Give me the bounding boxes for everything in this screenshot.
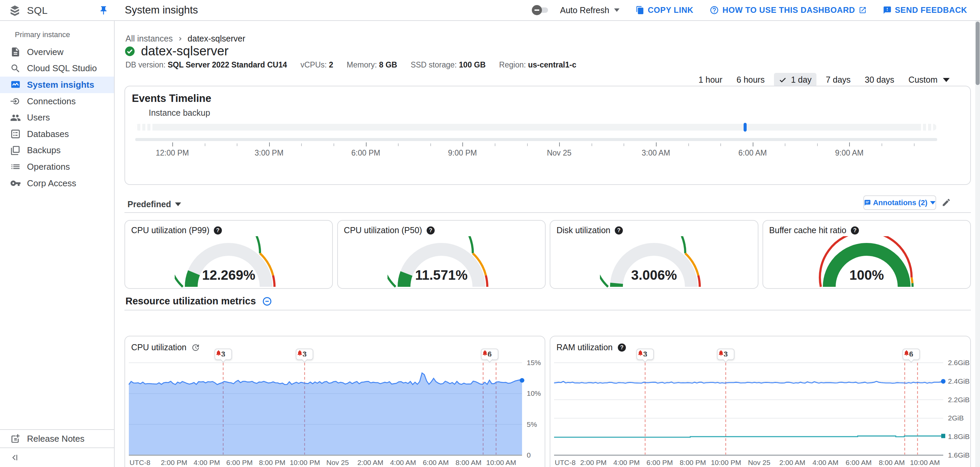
timeline-axis-label: 3:00 PM	[255, 148, 283, 158]
timeline-axis-label: 9:00 AM	[835, 148, 863, 158]
sidebar-section-label: Primary instance	[0, 21, 114, 44]
help-icon[interactable]: ?	[617, 343, 626, 352]
chart-title: CPU utilization	[131, 343, 186, 352]
alert-annotation-badge[interactable]: 3	[215, 349, 232, 360]
sidebar-item-databases[interactable]: Databases	[0, 126, 114, 142]
predefined-dropdown[interactable]: Predefined	[127, 199, 181, 209]
chart-plot-area[interactable]: 336	[554, 363, 943, 455]
how-to-use-link[interactable]: HOW TO USE THIS DASHBOARD	[710, 5, 866, 15]
time-range-30-days[interactable]: 30 days	[860, 73, 899, 87]
chevron-down-icon	[930, 201, 935, 204]
gauge-card-3: Disk utilization?3.006%	[550, 220, 758, 289]
chart-card-cpu-utilization: CPU utilization33615%10%5%0UTC-82:00 PM4…	[124, 336, 545, 467]
status-ok-icon	[124, 46, 135, 57]
gauge-value: 3.006%	[550, 268, 757, 283]
pin-icon[interactable]	[99, 5, 108, 16]
svg-text:?: ?	[216, 227, 220, 233]
time-range-custom[interactable]: Custom	[904, 73, 955, 87]
x-axis-label: 10:00 PM	[290, 459, 320, 467]
x-axis-label: 6:00 PM	[646, 459, 673, 467]
sidebar-item-backups[interactable]: Backups	[0, 142, 114, 159]
auto-refresh[interactable]: Auto Refresh	[555, 5, 619, 15]
alert-annotation-badge[interactable]: 3	[296, 349, 313, 360]
backup-event-marker[interactable]	[744, 123, 747, 132]
x-axis-label: 10:00 PM	[711, 459, 741, 467]
instance-meta-item: Memory: 8 GB	[347, 61, 397, 70]
x-axis-label: UTC-8	[129, 459, 150, 467]
sidebar-item-system-insights[interactable]: System insights	[0, 77, 114, 93]
y-axis-label: 15%	[527, 359, 541, 367]
send-feedback-label: SEND FEEDBACK	[895, 5, 967, 15]
divider	[124, 212, 971, 213]
alert-annotation-badge[interactable]: 3	[636, 349, 654, 360]
instance-name: datex-sqlserver	[141, 44, 229, 58]
how-to-use-label: HOW TO USE THIS DASHBOARD	[722, 5, 855, 15]
x-axis-label: 10:00 AM	[910, 459, 940, 467]
help-icon[interactable]: ?	[851, 226, 859, 235]
x-axis-labels: UTC-82:00 PM4:00 PM6:00 PM8:00 PM10:00 P…	[129, 459, 522, 467]
alert-annotation-badge[interactable]: 3	[717, 349, 735, 360]
history-clock-icon[interactable]	[191, 343, 200, 352]
x-axis-labels: UTC-82:00 PM4:00 PM6:00 PM8:00 PM10:00 P…	[554, 459, 943, 467]
breadcrumb: All instances datex-sqlserver	[126, 34, 245, 43]
x-axis-label: 4:00 AM	[390, 459, 416, 467]
x-axis-label: 4:00 PM	[194, 459, 220, 467]
timeline-axis-label: 12:00 PM	[156, 148, 189, 158]
sidebar-item-label: Corp Access	[27, 178, 76, 189]
x-axis-label: 4:00 AM	[812, 459, 838, 467]
alert-annotation-badge[interactable]: 6	[481, 349, 498, 360]
topbar-actions: Auto Refresh COPY LINK HOW TO USE THIS D…	[532, 0, 967, 20]
x-axis-label: Nov 25	[748, 459, 771, 467]
gauge-value: 11.571%	[338, 268, 545, 283]
sidebar-item-overview[interactable]: Overview	[0, 44, 114, 61]
breadcrumb-current: datex-sqlserver	[188, 34, 245, 43]
annotations-button[interactable]: Annotations (2)	[863, 195, 936, 210]
breadcrumb-all-instances[interactable]: All instances	[126, 34, 173, 43]
svg-text:?: ?	[620, 344, 624, 350]
send-feedback-button[interactable]: SEND FEEDBACK	[883, 5, 967, 15]
collapse-sidebar-button[interactable]	[0, 448, 114, 467]
auto-refresh-knob	[532, 5, 542, 15]
link-icon[interactable]	[262, 296, 272, 306]
copy-link-button[interactable]: COPY LINK	[636, 5, 694, 15]
scrollbar-thumb[interactable]	[975, 22, 980, 85]
x-axis-label: 6:00 AM	[846, 459, 872, 467]
time-range-7-days[interactable]: 7 days	[821, 73, 856, 87]
time-range-1-hour[interactable]: 1 hour	[694, 73, 727, 87]
x-axis-label: 8:00 PM	[679, 459, 706, 467]
x-axis-label: 6:00 PM	[226, 459, 253, 467]
time-range-1-day[interactable]: 1 day	[774, 73, 816, 87]
users-icon	[10, 112, 21, 123]
gauge-card-4: Buffer cache hit ratio?100%	[762, 220, 971, 289]
gauge-value: 100%	[763, 268, 970, 283]
time-range-6-hours[interactable]: 6 hours	[732, 73, 769, 87]
x-axis-label: 8:00 PM	[259, 459, 285, 467]
chart-plot-area[interactable]: 336	[129, 363, 522, 455]
timeline-scroll-track[interactable]	[135, 138, 937, 141]
y-axis-label: 5%	[527, 421, 537, 429]
sidebar-item-corp-access[interactable]: Corp Access	[0, 175, 114, 192]
chevron-right-icon	[177, 36, 183, 41]
sidebar-item-connections[interactable]: Connections	[0, 93, 114, 110]
sidebar-item-label: Operations	[27, 162, 70, 172]
sidebar-item-operations[interactable]: Operations	[0, 159, 114, 175]
auto-refresh-toggle[interactable]	[532, 5, 548, 15]
annotations-label: Annotations (2)	[873, 198, 928, 207]
alert-annotation-badge[interactable]: 6	[902, 349, 920, 360]
timeline-axis-label: 6:00 PM	[352, 148, 380, 158]
events-timeline-bar[interactable]	[135, 124, 937, 131]
sidebar-item-label: Cloud SQL Studio	[27, 63, 97, 73]
help-icon[interactable]: ?	[213, 226, 222, 235]
sidebar-item-cloud-sql-studio[interactable]: Cloud SQL Studio	[0, 61, 114, 77]
sidebar-item-users[interactable]: Users	[0, 109, 114, 126]
corp-access-icon	[10, 178, 21, 189]
scrollbar-track[interactable]	[975, 21, 980, 467]
help-icon[interactable]: ?	[614, 226, 623, 235]
sidebar-item-label: Overview	[27, 47, 64, 57]
edit-dashboard-button[interactable]	[942, 198, 951, 207]
x-axis-label: 4:00 PM	[613, 459, 640, 467]
timeline-axis-labels: 12:00 PM3:00 PM6:00 PM9:00 PMNov 253:00 …	[135, 148, 937, 157]
sidebar-item-release-notes[interactable]: Release Notes	[0, 430, 114, 448]
help-icon[interactable]: ?	[426, 226, 435, 235]
backups-icon	[10, 145, 21, 156]
